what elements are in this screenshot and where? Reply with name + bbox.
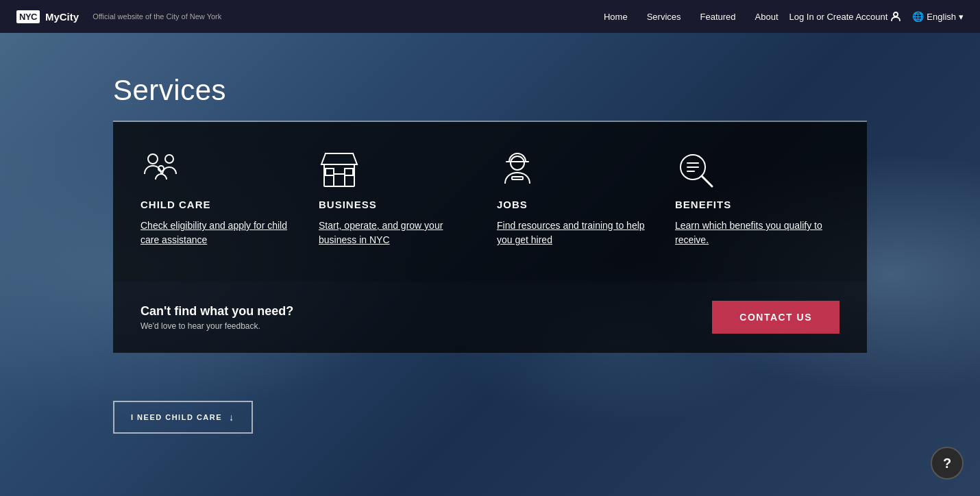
svg-line-15 — [702, 176, 712, 186]
child-care-section: I NEED CHILD CARE ↓ — [0, 380, 980, 454]
child-care-link[interactable]: Check eligibility and apply for child ca… — [140, 219, 305, 247]
jobs-link[interactable]: Find resources and training to help you … — [497, 219, 661, 247]
arrow-down-icon: ↓ — [229, 412, 235, 423]
contact-us-button[interactable]: CONTACT US — [712, 301, 840, 334]
benefits-link[interactable]: Learn which benefits you qualify to rece… — [675, 219, 840, 247]
nav-services[interactable]: Services — [647, 12, 681, 22]
mycity-logo: MyCity — [45, 11, 79, 23]
child-care-label: CHILD CARE — [140, 199, 305, 210]
contact-subtext: We'd love to hear your feedback. — [140, 321, 293, 331]
nav-featured[interactable]: Featured — [700, 12, 736, 22]
nav-about[interactable]: About — [755, 12, 779, 22]
jobs-icon — [497, 149, 538, 190]
logo[interactable]: NYC MyCity — [16, 10, 79, 23]
language-selector[interactable]: 🌐 English ▾ — [912, 11, 964, 22]
chevron-down-icon: ▾ — [959, 12, 964, 22]
svg-rect-7 — [345, 169, 353, 175]
service-card-jobs: JOBS Find resources and training to help… — [497, 149, 661, 247]
child-care-btn-label: I NEED CHILD CARE — [131, 413, 222, 421]
contact-text: Can't find what you need? We'd love to h… — [140, 304, 293, 331]
business-icon — [319, 149, 360, 190]
service-card-child-care: CHILD CARE Check eligibility and apply f… — [140, 149, 305, 247]
nav-home[interactable]: Home — [604, 12, 628, 22]
svg-point-2 — [165, 155, 173, 163]
benefits-icon — [675, 149, 716, 190]
svg-point-11 — [511, 156, 524, 170]
question-icon: ? — [943, 456, 951, 471]
contact-section: Can't find what you need? We'd love to h… — [113, 282, 867, 353]
service-card-business: BUSINESS Start, operate, and grow your b… — [319, 149, 483, 247]
help-button[interactable]: ? — [931, 447, 964, 480]
nyc-logo: NYC — [16, 10, 40, 23]
navbar: NYC MyCity Official website of the City … — [0, 0, 980, 33]
page-title: Services — [113, 74, 867, 107]
svg-rect-6 — [326, 169, 334, 175]
svg-point-1 — [148, 154, 158, 164]
services-panel: CHILD CARE Check eligibility and apply f… — [113, 122, 867, 282]
svg-rect-13 — [512, 177, 523, 179]
nav-links: Home Services Featured About — [604, 12, 779, 22]
service-card-benefits: BENEFITS Learn which benefits you qualif… — [675, 149, 840, 247]
svg-rect-5 — [334, 174, 345, 186]
business-label: BUSINESS — [319, 199, 483, 210]
benefits-label: BENEFITS — [675, 199, 840, 210]
login-label: Log In or Create Account — [789, 12, 888, 22]
contact-heading: Can't find what you need? — [140, 304, 293, 319]
child-care-icon — [140, 149, 182, 190]
tagline: Official website of the City of New York — [93, 12, 221, 21]
lang-label: English — [927, 12, 956, 22]
login-button[interactable]: Log In or Create Account — [789, 11, 902, 22]
page-content: Services CHILD CARE Check eligibility an… — [0, 33, 980, 380]
jobs-label: JOBS — [497, 199, 661, 210]
user-icon — [890, 11, 901, 22]
business-link[interactable]: Start, operate, and grow your business i… — [319, 219, 483, 247]
svg-point-0 — [894, 12, 898, 16]
translate-icon: 🌐 — [912, 11, 924, 22]
i-need-child-care-button[interactable]: I NEED CHILD CARE ↓ — [113, 401, 253, 434]
